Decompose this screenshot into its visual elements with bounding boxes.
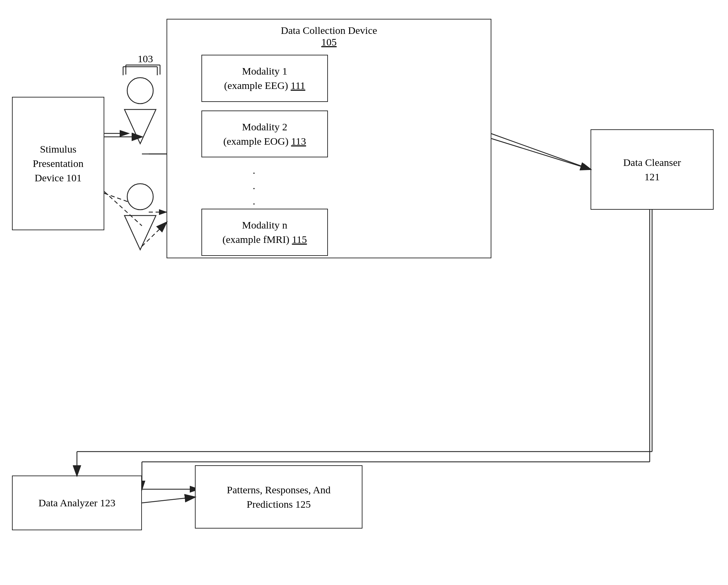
amplifier-bottom-symbol — [120, 181, 164, 260]
data-analyzer-box: Data Analyzer 123 — [12, 476, 142, 530]
modality-n-box: Modality n (example fMRI) 115 — [201, 209, 328, 256]
svg-line-31 — [142, 497, 195, 503]
modality1-box: Modality 1 (example EEG) 111 — [201, 55, 328, 102]
svg-point-14 — [127, 78, 153, 104]
modality2-box: Modality 2 (example EOG) 113 — [201, 110, 328, 158]
patterns-box: Patterns, Responses, And Predictions 125 — [195, 465, 362, 529]
svg-point-16 — [127, 184, 153, 210]
svg-line-27 — [491, 139, 591, 169]
svg-line-7 — [491, 133, 591, 169]
data-cleanser-box: Data Cleanser 121 — [591, 129, 714, 210]
diagram: Stimulus Presentation Device 101 103 Dat… — [0, 0, 728, 585]
svg-marker-17 — [124, 216, 156, 250]
amplifier-top-symbol — [120, 75, 164, 154]
label-103: 103 — [125, 53, 166, 65]
svg-marker-15 — [124, 109, 156, 144]
dcd-label: Data Collection Device 105 — [174, 25, 484, 48]
stimulus-box: Stimulus Presentation Device 101 — [12, 97, 104, 230]
data-collection-box: Data Collection Device 105 Modality 1 (e… — [167, 19, 491, 258]
stimulus-label: Stimulus Presentation Device 101 — [33, 142, 83, 185]
modality-dots: ... — [253, 162, 255, 209]
